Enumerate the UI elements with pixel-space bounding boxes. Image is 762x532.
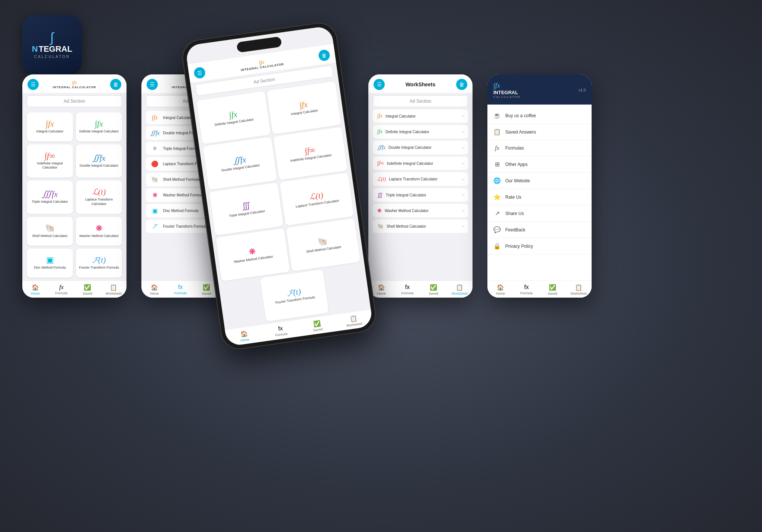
- sidebar-label-otherapps: Other Apps: [505, 162, 528, 167]
- home-nav-icon-s3: 🏠: [378, 284, 385, 291]
- center-item-integral[interactable]: ∫fx Integral Calculator: [267, 81, 341, 134]
- sidebar-item-rate[interactable]: ⭐ Rate Us: [487, 189, 592, 205]
- center-item-laplace[interactable]: ℒ(t) Laplace Transform Calculator: [280, 173, 354, 226]
- nav-worksheet-center[interactable]: 📋 Worksheet: [335, 313, 373, 329]
- hamburger-icon-s1: ☰: [31, 81, 36, 87]
- center-item-triple[interactable]: ∭ Triple Integral Calculator: [209, 183, 284, 236]
- sidebar-item-coffee[interactable]: ☕ Buy us a coffee: [487, 108, 592, 124]
- trash-button-s3[interactable]: 🗑: [456, 79, 467, 90]
- ws-row-indefinite[interactable]: ∫f∞ Indefinite Integral Calculator ›: [373, 157, 468, 170]
- calc-item-laplace[interactable]: ℒ(t) Laplace Transform Calculator: [76, 180, 122, 214]
- ws-shell-text: Shell Method Calculator: [387, 224, 426, 228]
- home-nav-icon-center: 🏠: [240, 330, 248, 338]
- center-shell-icon: 🐚: [317, 237, 329, 247]
- ws-chevron-4: ›: [462, 161, 464, 166]
- ws-row-shell-label: 🐚 Shell Method Calculator: [377, 223, 426, 229]
- trash-button-center[interactable]: 🗑: [318, 49, 330, 62]
- center-item-indefinite[interactable]: ∫f∞ Indefinite Integral Calculator: [273, 127, 348, 180]
- nav-worksheet-s3[interactable]: 📋 Worksheet: [446, 284, 473, 295]
- worksheet-nav-icon-s1: 📋: [110, 284, 117, 291]
- formula-integral-label: Integral Calculator: [163, 116, 193, 120]
- header-logo-s3: WorkSheets: [406, 81, 436, 87]
- calc-item-indefinite[interactable]: ∫f∞ Indefinite Integral Calculator: [27, 144, 73, 177]
- center-item-fourier[interactable]: 𝓕(t) Fourier Transform Formula: [260, 269, 329, 321]
- calc-item-integral[interactable]: ∫fx Integral Calculator: [27, 112, 73, 141]
- center-item-definite[interactable]: ∫fx Definite Integral Calculator: [196, 91, 271, 144]
- calc-item-disc[interactable]: ▣ Disc Method Formula: [27, 249, 73, 278]
- nav-home-s4[interactable]: 🏠 Home: [487, 284, 513, 295]
- nav-formula-s3[interactable]: fx Formula: [394, 284, 420, 295]
- saved-nav-label-s3: Saved: [429, 292, 438, 295]
- nav-formula-s4[interactable]: fx Formula: [513, 284, 540, 295]
- nav-formula-s1[interactable]: fx Formula: [48, 284, 74, 295]
- ws-row-integral[interactable]: ∫fx Integral Calculator ›: [373, 109, 468, 123]
- nav-saved-s3[interactable]: ✅ Saved: [420, 284, 446, 295]
- screen3-header: ☰ WorkSheets 🗑: [368, 74, 473, 93]
- trash-button-s1[interactable]: 🗑: [110, 79, 121, 90]
- nav-saved-s1[interactable]: ✅ Saved: [74, 284, 100, 295]
- sidebar-brand-text: INTEGRAL: [493, 90, 521, 95]
- sidebar-item-otherapps[interactable]: ⊞ Other Apps: [487, 156, 592, 173]
- sidebar-item-share[interactable]: ↗ Share Us: [487, 205, 592, 222]
- nav-home-center[interactable]: 🏠 Home: [225, 328, 263, 344]
- nav-saved-s4[interactable]: ✅ Saved: [540, 284, 566, 295]
- center-item-washer[interactable]: ❋ Washer Method Calculator: [216, 228, 290, 281]
- sidebar-item-feedback[interactable]: 💬 FeedBack: [487, 222, 592, 238]
- nav-formula-center[interactable]: fx Formula: [262, 323, 300, 339]
- ws-row-indefinite-label: ∫f∞ Indefinite Integral Calculator: [377, 160, 433, 166]
- privacy-icon: 🔒: [493, 243, 501, 250]
- worksheet-nav-icon-s4: 📋: [575, 284, 582, 291]
- saved-nav-label-s1: Saved: [83, 292, 92, 295]
- coffee-icon: ☕: [493, 112, 501, 119]
- trash-icon-s3: 🗑: [459, 81, 464, 87]
- ws-shell-icon: 🐚: [377, 223, 384, 229]
- nav-saved-center[interactable]: ✅ Saved: [298, 318, 336, 334]
- bottom-nav-s3: 🏠 Home fx Formula ✅ Saved 📋 Worksheet: [368, 281, 473, 298]
- nav-worksheet-s1[interactable]: 📋 Worksheet: [100, 284, 127, 295]
- ws-row-integral-label: ∫fx Integral Calculator: [377, 113, 416, 119]
- menu-button-s1[interactable]: ☰: [28, 79, 39, 90]
- menu-button-center[interactable]: ☰: [193, 67, 206, 79]
- disc-label: Disc Method Formula: [34, 266, 66, 270]
- formula-nav-icon-s4: fx: [524, 284, 529, 291]
- ws-definite-text: Definite Integral Calculator: [385, 130, 429, 134]
- screen1-header: ☰ ∫fx INTEGRAL CALCULATOR 🗑: [22, 74, 127, 93]
- ws-row-triple[interactable]: ∭ Triple Integral Calculator ›: [373, 188, 468, 202]
- home-nav-label-s2: Home: [150, 292, 159, 295]
- integral-label: Integral Calculator: [36, 129, 63, 134]
- ws-row-washer[interactable]: ❋ Washer Method Calculator ›: [373, 204, 468, 217]
- center-item-shell[interactable]: 🐚 Shell Method Calculator: [286, 218, 361, 272]
- menu-button-s3[interactable]: ☰: [374, 79, 385, 90]
- calc-item-washer[interactable]: ❋ Washer Method Calculator: [76, 217, 122, 246]
- triple-label: Triple Integral Calculator: [32, 200, 68, 204]
- formula-integral-icon: ∫fx: [150, 114, 159, 121]
- formula-nav-label-s1: Formula: [55, 291, 67, 295]
- nav-formula-s2[interactable]: fx Formula: [167, 284, 193, 295]
- ws-row-laplace[interactable]: ℒ(t) Laplace Transform Calculator ›: [373, 172, 468, 186]
- ws-row-shell[interactable]: 🐚 Shell Method Calculator ›: [373, 219, 468, 233]
- washer-label: Washer Method Calculator: [79, 234, 119, 238]
- calc-item-definite[interactable]: ∫fx Definite Integral Calculator: [76, 112, 122, 141]
- screen4-phone: ∫fx INTEGRAL CALCULATOR v1.0 ☕ Buy us a …: [487, 74, 592, 298]
- center-item-double[interactable]: ∬fx Double Integral Calculator: [203, 137, 277, 190]
- worksheet-nav-label-center: Worksheet: [346, 322, 362, 328]
- calc-item-triple[interactable]: ∭fx Triple Integral Calculator: [27, 180, 73, 214]
- nav-worksheet-s4[interactable]: 📋 Worksheet: [566, 284, 592, 295]
- calc-item-fourier[interactable]: 𝓕(t) Fourier Transform Formula: [76, 249, 122, 278]
- triple-icon: ∭fx: [42, 190, 58, 198]
- calc-item-shell[interactable]: 🐚 Shell Method Calculator: [27, 217, 73, 246]
- sidebar-label-privacy: Privacy Policy: [505, 244, 533, 249]
- nav-home-s1[interactable]: 🏠 Home: [22, 284, 48, 295]
- nav-home-s2[interactable]: 🏠 Home: [141, 284, 167, 295]
- ws-row-double[interactable]: ∬fx Double Integral Calculator ›: [373, 141, 468, 154]
- trash-icon-s1: 🗑: [113, 81, 118, 87]
- menu-button-s2[interactable]: ☰: [147, 79, 158, 90]
- sidebar-item-website[interactable]: 🌐 Our Website: [487, 173, 592, 189]
- ws-row-definite[interactable]: ∫fx Definite Integral Calculator ›: [373, 125, 468, 138]
- sidebar-item-privacy[interactable]: 🔒 Privacy Policy: [487, 238, 592, 254]
- calc-item-double[interactable]: ∬fx Double Integral Calculator: [76, 144, 122, 177]
- saved-nav-label-s4: Saved: [548, 292, 557, 295]
- sidebar-item-saved[interactable]: 📋 Saved Answers: [487, 124, 592, 140]
- formula-nav-icon-s2: fx: [178, 284, 183, 291]
- sidebar-item-formulas[interactable]: fx Formulas: [487, 140, 592, 156]
